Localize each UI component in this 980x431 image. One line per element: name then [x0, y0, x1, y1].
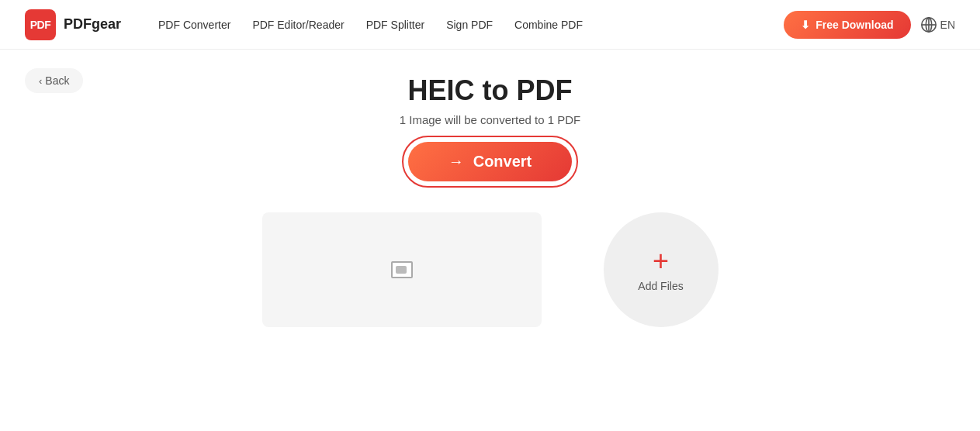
back-chevron-icon: ‹	[39, 75, 42, 87]
arrow-right-icon: →	[448, 153, 464, 171]
language-selector[interactable]: EN	[920, 16, 955, 33]
back-button[interactable]: ‹ Back	[25, 68, 83, 93]
title-section: HEIC to PDF 1 Image will be converted to…	[400, 74, 580, 126]
file-preview-panel	[262, 212, 542, 327]
nav-item-combine-pdf[interactable]: Combine PDF	[514, 19, 583, 31]
header-right: ⬇ Free Download EN	[784, 11, 955, 39]
nav-item-pdf-editor[interactable]: PDF Editor/Reader	[252, 19, 344, 31]
plus-icon: +	[653, 247, 669, 275]
nav-item-sign-pdf[interactable]: Sign PDF	[446, 19, 493, 31]
lang-label: EN	[940, 19, 955, 31]
logo-icon: PDF	[25, 9, 56, 40]
page-title: HEIC to PDF	[400, 74, 580, 107]
nav-item-pdf-converter[interactable]: PDF Converter	[158, 19, 230, 31]
download-icon: ⬇	[801, 19, 810, 31]
convert-button[interactable]: → Convert	[408, 142, 573, 181]
convert-label: Convert	[473, 153, 532, 171]
add-files-label: Add Files	[638, 280, 683, 292]
back-label: Back	[45, 74, 69, 87]
logo-text: PDFgear	[64, 16, 121, 33]
nav-item-pdf-splitter[interactable]: PDF Splitter	[366, 19, 424, 31]
add-files-panel[interactable]: + Add Files	[604, 212, 719, 327]
main-content: ‹ Back HEIC to PDF 1 Image will be conve…	[0, 50, 980, 429]
convert-button-wrapper: → Convert	[402, 136, 579, 188]
main-nav: PDF Converter PDF Editor/Reader PDF Spli…	[158, 19, 759, 31]
free-download-label: Free Download	[816, 19, 893, 31]
logo-link[interactable]: PDF PDFgear	[25, 9, 121, 40]
file-preview-image	[391, 261, 413, 278]
panels-row: + Add Files	[0, 212, 980, 327]
free-download-button[interactable]: ⬇ Free Download	[784, 11, 910, 39]
globe-icon	[920, 16, 937, 33]
page-subtitle: 1 Image will be converted to 1 PDF	[400, 113, 580, 126]
app-header: PDF PDFgear PDF Converter PDF Editor/Rea…	[0, 0, 980, 50]
